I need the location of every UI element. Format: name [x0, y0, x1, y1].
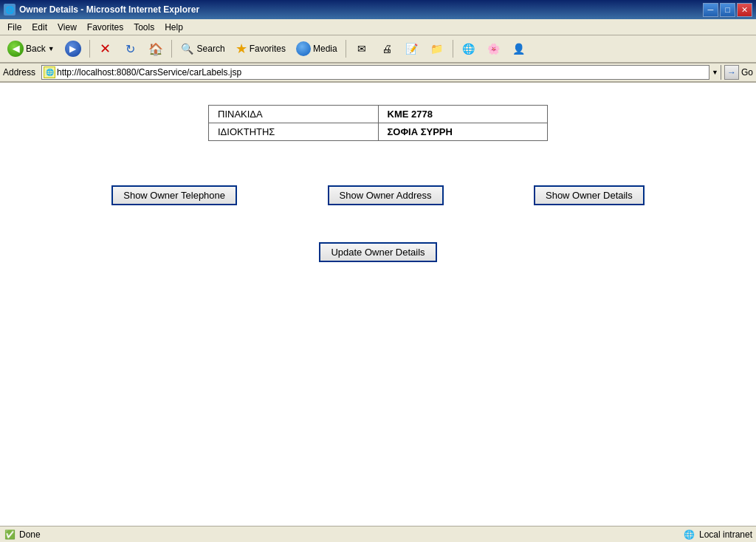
address-bar: Address 🌐 ▼ → Go — [0, 64, 756, 83]
value-idioktitis: ΣΟΦΙΑ ΣΥΡΡΗ — [378, 123, 548, 141]
table-row: ΙΔΙΟΚΤΗΤΗΣ ΣΟΦΙΑ ΣΥΡΡΗ — [209, 123, 548, 141]
close-button[interactable]: ✕ — [737, 3, 752, 17]
data-table: ΠΙΝΑΚΙΔΑ ΚΜΕ 2778 ΙΔΙΟΚΤΗΤΗΣ ΣΟΦΙΑ ΣΥΡΡΗ — [208, 105, 548, 141]
separator-1 — [89, 40, 90, 58]
address-label: Address — [3, 67, 38, 78]
print-icon: 🖨 — [379, 41, 394, 56]
go-label: Go — [741, 67, 753, 78]
refresh-icon: ↻ — [123, 41, 138, 56]
address-input[interactable] — [57, 67, 709, 78]
menu-favorites[interactable]: Favorites — [83, 21, 128, 34]
messenger-button[interactable]: 🌸 — [482, 38, 506, 60]
search-button[interactable]: 🔍 Search — [176, 38, 230, 60]
folder-icon: 📁 — [430, 41, 444, 56]
title-bar: 🌐 Owner Details - Microsoft Internet Exp… — [0, 0, 756, 19]
print-button[interactable]: 🖨 — [375, 38, 399, 60]
messenger-icon: 🌸 — [487, 41, 501, 56]
content-area: ΠΙΝΑΚΙΔΑ ΚΜΕ 2778 ΙΔΙΟΚΤΗΤΗΣ ΣΟΦΙΑ ΣΥΡΡΗ… — [0, 83, 756, 277]
minimize-button[interactable]: ─ — [703, 3, 718, 17]
home-button[interactable]: 🏠 — [144, 38, 168, 60]
user-button[interactable]: 👤 — [507, 38, 531, 60]
refresh-button[interactable]: ↻ — [119, 38, 142, 60]
folder-button[interactable]: 📁 — [425, 38, 449, 60]
mail-icon: ✉ — [354, 41, 369, 56]
address-input-wrap: 🌐 ▼ — [41, 65, 721, 80]
table-row: ΠΙΝΑΚΙΔΑ ΚΜΕ 2778 — [209, 106, 548, 123]
menu-bar: File Edit View Favorites Tools Help — [0, 19, 756, 35]
forward-button[interactable]: ▶ — [61, 38, 86, 60]
menu-file[interactable]: File — [3, 21, 26, 34]
menu-view[interactable]: View — [53, 21, 81, 34]
menu-tools[interactable]: Tools — [129, 21, 159, 34]
forward-icon: ▶ — [65, 41, 81, 57]
back-icon: ◀ — [7, 41, 24, 57]
net-button[interactable]: 🌐 — [457, 38, 481, 60]
update-details-button[interactable]: Update Owner Details — [319, 242, 436, 262]
edit-icon: 📝 — [405, 41, 419, 56]
label-idioktitis: ΙΔΙΟΚΤΗΤΗΣ — [209, 123, 379, 141]
search-icon: 🔍 — [180, 41, 195, 56]
update-row: Update Owner Details — [22, 242, 734, 262]
net-icon: 🌐 — [461, 41, 476, 56]
menu-edit[interactable]: Edit — [27, 21, 52, 34]
stop-icon: ✕ — [98, 41, 113, 56]
stop-button[interactable]: ✕ — [94, 38, 117, 60]
menu-help[interactable]: Help — [160, 21, 188, 34]
show-address-button[interactable]: Show Owner Address — [328, 185, 444, 205]
main-content: ΠΙΝΑΚΙΔΑ ΚΜΕ 2778 ΙΔΙΟΚΤΗΤΗΣ ΣΟΦΙΑ ΣΥΡΡΗ… — [0, 83, 756, 526]
page-icon: 🌐 — [44, 66, 55, 78]
toolbar: ◀ Back ▼ ▶ ✕ ↻ 🏠 🔍 Search ★ Favorites Me… — [0, 35, 756, 64]
show-telephone-button[interactable]: Show Owner Telephone — [111, 185, 237, 205]
label-pinakida: ΠΙΝΑΚΙΔΑ — [209, 106, 379, 123]
window-title: Owner Details - Microsoft Internet Explo… — [19, 4, 199, 15]
mail-button[interactable]: ✉ — [350, 38, 374, 60]
home-icon: 🏠 — [148, 41, 163, 56]
favorites-button[interactable]: ★ Favorites — [231, 38, 290, 60]
separator-3 — [346, 40, 346, 58]
address-dropdown[interactable]: ▼ — [709, 65, 721, 80]
media-icon — [296, 41, 311, 56]
value-pinakida: ΚΜΕ 2778 — [378, 106, 548, 123]
user-icon: 👤 — [512, 41, 526, 56]
back-button[interactable]: ◀ Back ▼ — [3, 38, 59, 60]
app-icon: 🌐 — [4, 4, 16, 16]
star-icon: ★ — [236, 41, 247, 57]
show-details-button[interactable]: Show Owner Details — [534, 185, 645, 205]
media-button[interactable]: Media — [292, 38, 342, 60]
maximize-button[interactable]: □ — [720, 3, 735, 17]
go-arrow-icon[interactable]: → — [724, 65, 739, 80]
buttons-row-1: Show Owner Telephone Show Owner Address … — [22, 185, 734, 205]
separator-4 — [453, 40, 453, 58]
separator-2 — [171, 40, 172, 58]
edit-button[interactable]: 📝 — [400, 38, 424, 60]
